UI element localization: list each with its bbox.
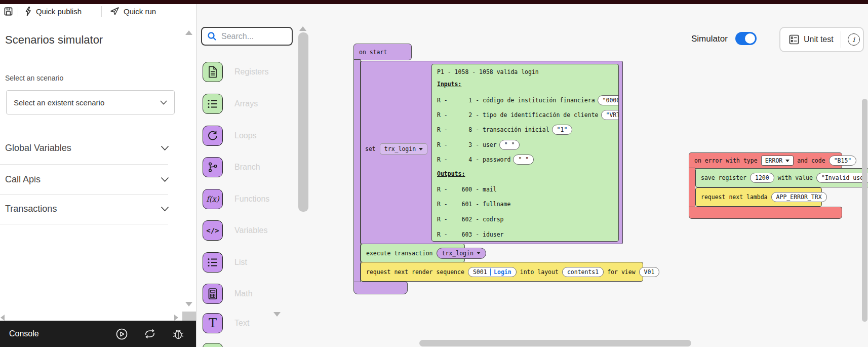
search-input[interactable] (221, 32, 282, 41)
run-console-button[interactable] (115, 328, 128, 340)
on-error-label: on error with type (694, 157, 758, 164)
scenario-select[interactable]: Select an existent scenario (6, 90, 175, 114)
loop-icon (203, 126, 223, 146)
loop-console-button[interactable] (144, 328, 156, 340)
execute-transaction-block[interactable]: execute transaction trx_login (361, 244, 465, 262)
flyout-scrollbar-thumb[interactable] (298, 32, 308, 212)
output-row: R - 603 - iduser (437, 231, 504, 238)
error-type-dropdown[interactable]: ERROR (761, 156, 794, 166)
branch-icon (203, 157, 223, 177)
simulator-toggle-label: Simulator (691, 34, 728, 44)
play-circle-icon (116, 328, 128, 340)
variable-dropdown[interactable]: trx_login (380, 143, 427, 155)
dropdown-arrow-icon (419, 148, 423, 150)
quick-run-button[interactable]: Quick run (110, 7, 156, 16)
unit-test-group: Unit test i (779, 27, 864, 52)
register-pill[interactable]: 1200 (750, 173, 774, 183)
on-start-block[interactable]: on start (353, 44, 412, 60)
for-view-label: for view (607, 268, 635, 276)
panel-divider (196, 4, 196, 347)
request-lambda-label: request next lambda (701, 194, 768, 201)
toolbox-category-list[interactable]: List (203, 252, 247, 273)
calculator-icon (203, 284, 223, 304)
toolbox-category-arrays[interactable]: Arrays (203, 94, 258, 114)
simulator-toggle[interactable] (735, 32, 757, 45)
console-bar[interactable]: Console (0, 321, 196, 347)
search-icon (207, 31, 217, 41)
section-divider (0, 164, 168, 165)
toolbox-category-variables[interactable]: </> Variables (203, 220, 268, 241)
toolbox-category-loops[interactable]: Loops (203, 126, 257, 146)
toolbox-category-partial[interactable] (203, 343, 223, 347)
flyout-scroll-down-arrow[interactable] (273, 312, 281, 317)
flyout-scroll-up-arrow[interactable] (299, 26, 306, 31)
document-icon (203, 62, 223, 82)
value-pill[interactable]: "VRTR" (601, 110, 619, 120)
list-icon (203, 94, 223, 114)
on-start-foot[interactable] (353, 282, 408, 294)
quick-publish-button[interactable]: Quick publish (24, 7, 82, 16)
toggle-knob (745, 33, 755, 44)
lambda-pill[interactable]: APP_ERROR_TRX (771, 192, 827, 202)
category-label: Math (234, 289, 253, 298)
value-pill[interactable]: "1" (552, 125, 573, 135)
value-pill[interactable]: " " (499, 140, 520, 150)
info-button[interactable]: i (848, 33, 860, 46)
sidebar-section-global-variables[interactable]: Global Variables (5, 142, 169, 154)
value-pill[interactable]: " " (513, 155, 534, 165)
error-code-pill[interactable]: "B15" (829, 156, 857, 166)
scroll-left-arrow[interactable] (1, 315, 5, 321)
view-pill[interactable]: V01 (639, 267, 660, 277)
into-layout-label: into layout (520, 268, 559, 276)
toolbox-category-text[interactable]: T Text (203, 313, 249, 333)
transaction-title: P1 - 1058 - 1058 valida login (437, 68, 539, 75)
dropdown-arrow-icon (785, 160, 790, 162)
transaction-card-block[interactable]: P1 - 1058 - 1058 valida login Inputs: R … (431, 64, 619, 242)
canvas-vertical-scrollbar[interactable] (862, 99, 867, 322)
scroll-down-arrow[interactable] (185, 302, 192, 306)
render-sequence-block[interactable]: request next render sequence S001 Login … (361, 262, 643, 282)
top-accent-strip (0, 0, 868, 4)
toolbox-category-math[interactable]: Math (203, 284, 253, 304)
save-register-block[interactable]: save register 1200 with value "Invalid u… (695, 168, 868, 187)
output-row: R - 602 - codrsp (437, 216, 504, 223)
and-code-label: and code (797, 157, 825, 164)
left-sidebar: Quick publish Quick run Scenarios simula… (0, 4, 196, 347)
section-divider (0, 224, 168, 224)
transaction-dropdown[interactable]: trx_login (437, 248, 486, 259)
value-pill[interactable]: "0000" (598, 95, 619, 105)
scenario-select-label: Select an scenario (5, 74, 63, 82)
text-icon: T (203, 313, 223, 333)
toolbox-category-branch[interactable]: Branch (203, 157, 260, 177)
set-label: set (365, 145, 376, 152)
category-label: List (234, 258, 247, 267)
layout-pill[interactable]: contents1 (562, 267, 604, 277)
on-error-block[interactable]: on error with type ERROR and code "B15" (689, 152, 842, 169)
debug-console-button[interactable] (172, 328, 184, 340)
on-error-spine[interactable] (689, 168, 695, 208)
save-button[interactable] (4, 7, 13, 16)
chevron-down-icon (160, 100, 167, 105)
sequence-pill[interactable]: S001 Login (468, 267, 517, 277)
checklist-icon (789, 34, 799, 45)
sidebar-section-call-apis[interactable]: Call Apis (5, 173, 169, 185)
execute-transaction-label: execute transaction (366, 250, 433, 257)
toolbox-search[interactable] (201, 27, 293, 46)
on-start-spine[interactable] (353, 59, 361, 283)
request-lambda-block[interactable]: request next lambda APP_ERROR_TRX (695, 187, 822, 207)
repeat-icon (144, 329, 156, 339)
on-error-foot[interactable] (689, 207, 842, 219)
output-row: R - 601 - fullname (437, 201, 510, 208)
function-icon: f(x) (203, 189, 223, 209)
sidebar-section-transactions[interactable]: Transactions (5, 203, 169, 215)
scroll-right-arrow[interactable] (174, 315, 178, 321)
unit-test-button[interactable]: Unit test (780, 34, 834, 45)
canvas-horizontal-scrollbar[interactable] (419, 340, 691, 346)
scroll-up-arrow[interactable] (185, 30, 192, 35)
toolbox-category-functions[interactable]: f(x) Functions (203, 189, 269, 209)
input-row: R - 3 - user " " (437, 140, 520, 150)
toolbox-category-registers[interactable]: Registers (203, 62, 269, 82)
error-value-pill[interactable]: "Invalid user an (816, 173, 868, 183)
chevron-down-icon (161, 177, 169, 182)
category-label: Registers (234, 67, 269, 76)
